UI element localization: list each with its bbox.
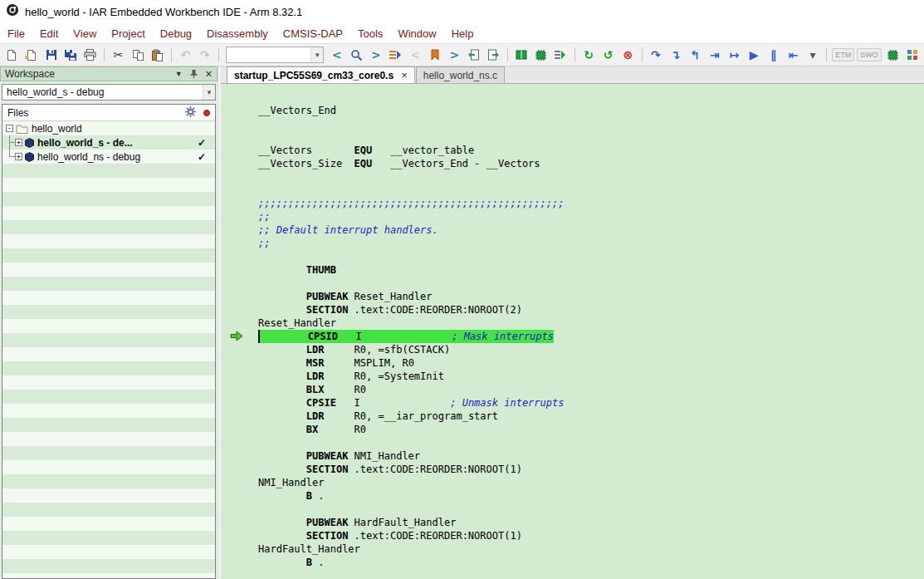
- editor-tab-1[interactable]: hello_world_ns.c: [416, 66, 505, 83]
- code-line[interactable]: SECTION .text:CODE:REORDER:NOROOT(1): [258, 529, 924, 542]
- find-button[interactable]: [347, 46, 366, 65]
- find-combobox[interactable]: ▼: [226, 47, 324, 63]
- download-and-debug-button[interactable]: [532, 46, 551, 65]
- toolbar-overflow-button[interactable]: ▾: [804, 46, 823, 65]
- code-line[interactable]: [258, 184, 924, 197]
- reset-button[interactable]: ↻: [579, 46, 599, 65]
- go-button[interactable]: ▶: [745, 46, 764, 65]
- code-line[interactable]: PUBWEAK Reset_Handler: [258, 290, 924, 303]
- trace-source-button[interactable]: [386, 46, 405, 65]
- save-all-button[interactable]: [61, 46, 81, 65]
- code-line[interactable]: [258, 117, 924, 130]
- code-line[interactable]: BLX R0: [258, 383, 924, 396]
- toggle-bookmark-button[interactable]: [425, 46, 444, 65]
- pause-button[interactable]: ∥: [764, 46, 783, 65]
- code-line[interactable]: ;; Default interrupt handlers.: [258, 223, 924, 237]
- tree-item-hello-world[interactable]: -hello_world: [2, 121, 215, 135]
- close-tab-icon[interactable]: ×: [401, 71, 408, 80]
- debug-without-downloading-button[interactable]: [551, 46, 570, 65]
- code-line[interactable]: SECTION .text:CODE:REORDER:NOROOT(2): [258, 303, 924, 316]
- new-document-button[interactable]: [2, 46, 22, 65]
- menu-project[interactable]: Project: [104, 25, 152, 42]
- next-bookmark-button[interactable]: >: [445, 46, 464, 65]
- cut-button[interactable]: ✂: [109, 46, 128, 65]
- previous-bookmark-button[interactable]: <: [406, 46, 425, 65]
- code-line[interactable]: [258, 170, 924, 184]
- menu-file[interactable]: File: [0, 25, 32, 42]
- code-line[interactable]: CPSIE I ; Unmask interrupts: [258, 396, 924, 410]
- code-line[interactable]: MSR MSPLIM, R0: [258, 356, 924, 370]
- make-button[interactable]: [512, 46, 531, 65]
- code-line[interactable]: BX R0: [258, 423, 924, 436]
- redo-button[interactable]: ↷: [196, 46, 215, 65]
- step-out-button[interactable]: ↰: [686, 46, 705, 65]
- pin-icon[interactable]: [189, 69, 198, 79]
- swo-button[interactable]: SWO: [857, 48, 882, 61]
- code-line[interactable]: LDR R0, =sfb(CSTACK): [258, 343, 924, 356]
- tree-item-hello-world-s-debug[interactable]: +hello_world_s - de...✓: [2, 135, 215, 150]
- code-line[interactable]: LDR R0, =SystemInit: [258, 370, 924, 383]
- code-line[interactable]: [258, 277, 924, 290]
- code-line[interactable]: LDR R0, =__iar_program_start: [258, 410, 924, 423]
- menu-cmsis-dap[interactable]: CMSIS-DAP: [276, 25, 350, 42]
- code-editor[interactable]: __Vectors_End__Vectors EQU __vector_tabl…: [221, 84, 924, 579]
- previous-function-button[interactable]: [465, 46, 484, 65]
- build-config-selector[interactable]: hello_world_s - debug ▼: [2, 84, 216, 101]
- app-icon[interactable]: [6, 3, 19, 20]
- code-line[interactable]: NMI_Handler: [258, 476, 924, 489]
- menu-disassembly[interactable]: Disassembly: [199, 25, 276, 42]
- step-over-button[interactable]: ↷: [647, 46, 666, 65]
- code-line[interactable]: [258, 250, 924, 263]
- navigate-back-button[interactable]: <: [327, 46, 346, 65]
- print-button[interactable]: [81, 46, 100, 65]
- code-line[interactable]: [258, 503, 924, 516]
- next-function-button[interactable]: [484, 46, 503, 65]
- code-line[interactable]: HardFault_Handler: [258, 542, 924, 556]
- code-line[interactable]: [258, 130, 924, 144]
- step-into-button[interactable]: ↴: [666, 46, 685, 65]
- close-icon[interactable]: ✕: [205, 69, 213, 80]
- paste-button[interactable]: [148, 46, 167, 65]
- code-line[interactable]: CPSID I ; Mask interrupts: [258, 330, 924, 343]
- run-to-cursor-button[interactable]: ↦: [725, 46, 744, 65]
- memory-window-button[interactable]: [902, 46, 922, 65]
- menu-view[interactable]: View: [66, 25, 104, 42]
- expand-icon[interactable]: +: [15, 139, 22, 146]
- navigate-forward-button[interactable]: >: [367, 46, 386, 65]
- code-line[interactable]: ;;;;;;;;;;;;;;;;;;;;;;;;;;;;;;;;;;;;;;;;…: [258, 197, 924, 210]
- menu-help[interactable]: Help: [444, 25, 482, 42]
- save-button[interactable]: [42, 46, 61, 65]
- chevron-down-icon[interactable]: ▼: [310, 47, 323, 62]
- code-line[interactable]: THUMB: [258, 263, 924, 277]
- menu-tools[interactable]: Tools: [350, 25, 390, 42]
- stop-debugging-button[interactable]: ⊗: [618, 46, 638, 65]
- code-line[interactable]: __Vectors_End: [258, 104, 924, 117]
- undo-button[interactable]: ↶: [176, 46, 195, 65]
- copy-button[interactable]: [129, 46, 148, 65]
- code-line[interactable]: __Vectors EQU __vector_table: [258, 144, 924, 157]
- menu-edit[interactable]: Edit: [32, 25, 66, 42]
- reset-target-button[interactable]: ⇤: [784, 46, 803, 65]
- gear-icon[interactable]: [185, 106, 196, 120]
- menu-window[interactable]: Window: [390, 25, 443, 42]
- etm-button[interactable]: ETM: [832, 48, 854, 61]
- collapse-icon[interactable]: -: [6, 125, 13, 132]
- code-line[interactable]: PUBWEAK NMI_Handler: [258, 449, 924, 463]
- open-document-button[interactable]: [22, 46, 42, 65]
- tree-item-hello-world-ns-debug[interactable]: +hello_world_ns - debug✓: [2, 150, 215, 164]
- code-line[interactable]: PUBWEAK HardFault_Handler: [258, 516, 924, 529]
- expand-icon[interactable]: +: [15, 153, 22, 160]
- code-line[interactable]: Reset_Handler: [258, 316, 924, 330]
- target-chip-button[interactable]: [883, 46, 902, 65]
- menu-debug[interactable]: Debug: [153, 25, 199, 42]
- code-line[interactable]: ;;: [258, 237, 924, 250]
- next-statement-button[interactable]: ⇥: [706, 46, 725, 65]
- code-line[interactable]: B .: [258, 556, 924, 569]
- chevron-down-icon[interactable]: ▼: [175, 70, 183, 78]
- code-line[interactable]: SECTION .text:CODE:REORDER:NOROOT(1): [258, 463, 924, 476]
- editor-tab-0[interactable]: startup_LPC55S69_cm33_core0.s×: [227, 66, 415, 83]
- code-line[interactable]: ;;: [258, 210, 924, 223]
- code-line[interactable]: __Vectors_Size EQU __Vectors_End - __Vec…: [258, 157, 924, 170]
- chevron-down-icon[interactable]: ▼: [203, 85, 215, 100]
- break-button[interactable]: ↺: [599, 46, 618, 65]
